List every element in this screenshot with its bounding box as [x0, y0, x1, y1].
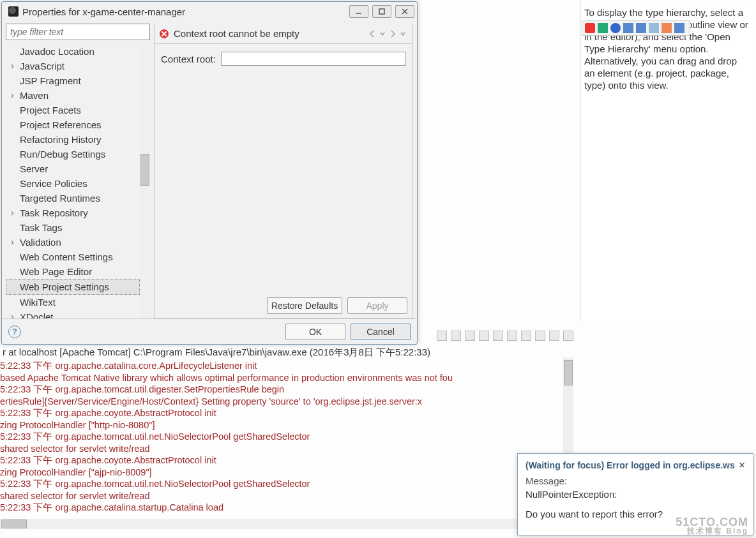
- forward-icon[interactable]: [388, 29, 397, 38]
- ime-toolbar[interactable]: [582, 20, 690, 36]
- popup-question: Do you want to report this error?: [525, 509, 745, 519]
- toolbar-icon[interactable]: [507, 331, 517, 341]
- hierarchy-hint-text: To display the type hierarchy, select a …: [584, 7, 748, 91]
- tree-item[interactable]: Javadoc Location: [6, 44, 140, 59]
- ime-tshirt-icon[interactable]: [662, 23, 672, 33]
- tree-item[interactable]: JavaScript: [6, 59, 140, 73]
- tree-item[interactable]: JSP Fragment: [6, 73, 140, 88]
- tree-scrollbar[interactable]: [140, 44, 150, 318]
- back-icon[interactable]: [368, 29, 377, 38]
- tree-item[interactable]: Run/Debug Settings: [6, 147, 140, 161]
- eclipse-icon: [8, 6, 19, 17]
- console-line: shared selector for servlet write/read: [0, 490, 563, 502]
- ime-cn-icon[interactable]: [598, 23, 608, 33]
- error-icon: [160, 29, 169, 38]
- maximize-button[interactable]: [372, 5, 391, 18]
- ime-moon-icon[interactable]: [610, 23, 621, 33]
- ime-punct-icon[interactable]: [623, 23, 633, 33]
- tree-item[interactable]: Task Tags: [6, 220, 140, 235]
- error-popup: (Waiting for focus) Error logged in org.…: [517, 453, 753, 535]
- tree-item[interactable]: Web Project Settings: [6, 279, 140, 295]
- filter-input[interactable]: [6, 24, 150, 40]
- tree-item[interactable]: XDoclet: [6, 310, 140, 318]
- toolbar-icon[interactable]: [437, 331, 447, 341]
- console-hscroll[interactable]: [0, 519, 562, 529]
- console-line: shared selector for servlet write/read: [0, 443, 563, 455]
- tree-item[interactable]: Maven: [6, 88, 140, 103]
- dialog-title: Properties for x-game-center-manager: [22, 6, 349, 17]
- ime-skin-icon[interactable]: [649, 23, 659, 33]
- toolbar-icon[interactable]: [549, 331, 559, 341]
- tree-item[interactable]: Service Policies: [6, 176, 140, 191]
- tree-item[interactable]: Project Facets: [6, 103, 140, 117]
- svg-rect-1: [379, 9, 384, 14]
- console-line: ertiesRule]{Server/Service/Engine/Host/C…: [0, 396, 563, 408]
- ime-keyboard-icon[interactable]: [636, 23, 646, 33]
- console-line: 5:22:33 下午 org.apache.catalina.core.AprL…: [0, 360, 563, 372]
- back-menu-icon[interactable]: [378, 29, 387, 38]
- console-line: 5:22:33 下午 org.apache.tomcat.util.net.Ni…: [0, 478, 563, 490]
- toolbar-icon[interactable]: [521, 331, 531, 341]
- dialog-footer: ? OK Cancel: [2, 318, 417, 344]
- popup-title: (Waiting for focus) Error logged in org.…: [525, 460, 735, 470]
- toolbar-icon[interactable]: [465, 331, 475, 341]
- tree-item[interactable]: Web Page Editor: [6, 264, 140, 279]
- restore-defaults-button[interactable]: Restore Defaults: [267, 297, 342, 314]
- message-bar: Context root cannot be empty: [155, 24, 412, 44]
- ime-tool-icon[interactable]: [674, 23, 684, 33]
- tree-item[interactable]: Server: [6, 161, 140, 176]
- toolbar-icon[interactable]: [563, 331, 573, 341]
- properties-dialog: Properties for x-game-center-manager Jav…: [1, 1, 418, 345]
- category-pane: Javadoc LocationJavaScriptJSP FragmentMa…: [6, 24, 150, 318]
- category-tree[interactable]: Javadoc LocationJavaScriptJSP FragmentMa…: [6, 44, 140, 318]
- console-title: r at localhost [Apache Tomcat] C:\Progra…: [0, 347, 756, 359]
- context-root-input[interactable]: [221, 52, 406, 66]
- apply-button[interactable]: Apply: [347, 297, 407, 314]
- console-output[interactable]: 5:22:33 下午 org.apache.catalina.core.AprL…: [0, 360, 563, 519]
- console-line: 5:22:33 下午 org.apache.coyote.AbstractPro…: [0, 454, 563, 467]
- tree-item[interactable]: Web Content Settings: [6, 250, 140, 264]
- console-line: zing ProtocolHandler ["ajp-nio-8009"]: [0, 467, 563, 479]
- sogou-icon[interactable]: [585, 23, 595, 33]
- type-hierarchy-panel: To display the type hierarchy, select a …: [580, 1, 753, 320]
- ok-button[interactable]: OK: [285, 324, 345, 340]
- console-line: 5:22:33 下午 org.apache.tomcat.util.digest…: [0, 384, 563, 396]
- console-line: zing ProtocolHandler ["http-nio-8080"]: [0, 419, 563, 431]
- minimize-button[interactable]: [349, 5, 368, 18]
- tree-item[interactable]: Targeted Runtimes: [6, 191, 140, 205]
- toolbar-icon[interactable]: [493, 331, 503, 341]
- titlebar[interactable]: Properties for x-game-center-manager: [2, 2, 417, 21]
- settings-pane: Context root cannot be empty Context roo…: [154, 24, 413, 318]
- toolbar-icon[interactable]: [451, 331, 461, 341]
- close-button[interactable]: [395, 5, 414, 18]
- popup-message: NullPointerException:: [525, 489, 745, 500]
- console-line: 5:22:33 下午 org.apache.coyote.AbstractPro…: [0, 407, 563, 419]
- context-root-label: Context root:: [161, 54, 216, 64]
- help-icon[interactable]: ?: [8, 325, 21, 338]
- popup-close-icon[interactable]: ✕: [739, 461, 745, 470]
- popup-message-label: Message:: [525, 475, 745, 486]
- tree-item[interactable]: WikiText: [6, 295, 140, 310]
- tree-item[interactable]: Refactoring History: [6, 132, 140, 147]
- cancel-button[interactable]: Cancel: [351, 324, 411, 340]
- error-message: Context root cannot be empty: [174, 28, 367, 39]
- forward-menu-icon[interactable]: [398, 29, 407, 38]
- toolbar-icon[interactable]: [535, 331, 545, 341]
- console-line: 5:22:33 下午 org.apache.catalina.startup.C…: [0, 502, 563, 514]
- tree-item[interactable]: Validation: [6, 235, 140, 250]
- console-line: based Apache Tomcat Native library which…: [0, 372, 563, 384]
- toolbar-icon[interactable]: [479, 331, 489, 341]
- console-line: 5:22:33 下午 org.apache.tomcat.util.net.Ni…: [0, 431, 563, 443]
- tree-item[interactable]: Task Repository: [6, 205, 140, 220]
- tree-item[interactable]: Project References: [6, 117, 140, 132]
- view-toolbar: [437, 329, 573, 342]
